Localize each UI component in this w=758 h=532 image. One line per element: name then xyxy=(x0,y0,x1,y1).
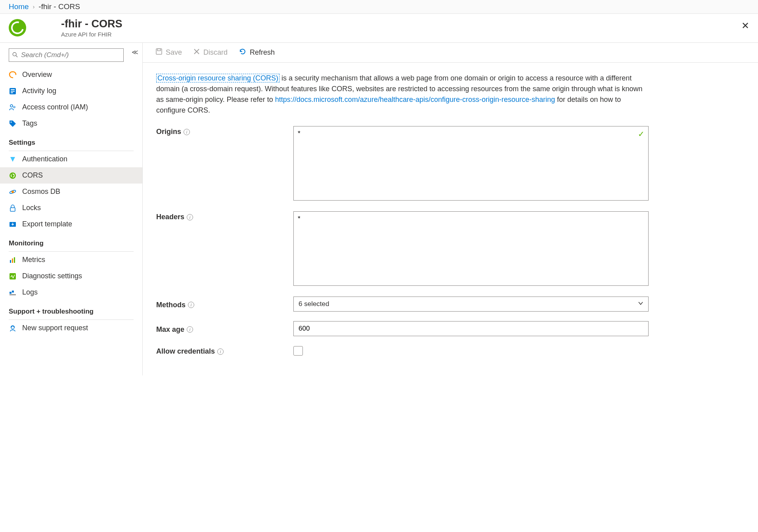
page-header: -fhir - CORS Azure API for FHIR ✕ xyxy=(0,14,758,43)
search-input[interactable] xyxy=(21,51,120,59)
section-settings-label: Settings xyxy=(0,132,142,149)
sidebar-item-label: Authentication xyxy=(22,155,67,163)
svg-rect-13 xyxy=(10,208,15,211)
save-icon xyxy=(155,48,163,57)
svg-point-6 xyxy=(10,105,13,107)
sidebar-item-cosmos-db[interactable]: Cosmos DB xyxy=(0,184,142,200)
main-content: Save Discard Refresh Cross-origin resour… xyxy=(143,43,758,375)
methods-selected-text: 6 selected xyxy=(299,300,329,308)
sidebar-item-label: New support request xyxy=(22,324,88,332)
svg-rect-24 xyxy=(157,49,161,51)
refresh-icon xyxy=(239,48,247,57)
svg-rect-3 xyxy=(11,89,15,90)
sidebar-item-label: Activity log xyxy=(22,87,56,95)
sidebar-item-tags[interactable]: Tags xyxy=(0,115,142,132)
sidebar-item-access-control[interactable]: Access control (IAM) xyxy=(0,99,142,115)
sidebar-search[interactable] xyxy=(9,48,124,62)
sidebar-item-overview[interactable]: Overview xyxy=(0,67,142,83)
sidebar-item-authentication[interactable]: Authentication xyxy=(0,151,142,167)
sidebar-item-cors[interactable]: CORS xyxy=(0,167,142,184)
collapse-sidebar-button[interactable]: ≪ xyxy=(132,48,138,56)
sidebar-item-label: Tags xyxy=(22,119,37,128)
refresh-label: Refresh xyxy=(250,48,275,57)
max-age-label: Max age i xyxy=(156,324,293,334)
svg-rect-20 xyxy=(12,291,14,293)
section-monitoring-label: Monitoring xyxy=(0,232,142,250)
refresh-button[interactable]: Refresh xyxy=(239,48,275,57)
svg-rect-16 xyxy=(12,258,13,263)
svg-rect-17 xyxy=(14,257,15,263)
sidebar-item-logs[interactable]: Logs xyxy=(0,284,142,300)
sidebar-item-label: Cosmos DB xyxy=(22,188,60,196)
logs-icon xyxy=(9,289,17,297)
headers-textarea[interactable] xyxy=(293,211,649,286)
sidebar-item-new-support-request[interactable]: New support request xyxy=(0,320,142,336)
sidebar-item-locks[interactable]: Locks xyxy=(0,200,142,216)
validation-check-icon: ✓ xyxy=(638,129,645,139)
save-button[interactable]: Save xyxy=(155,48,182,57)
info-icon[interactable]: i xyxy=(187,214,193,220)
activity-log-icon xyxy=(9,87,17,95)
sidebar-item-label: Logs xyxy=(22,288,38,297)
authentication-icon xyxy=(9,155,17,163)
svg-rect-19 xyxy=(10,292,11,294)
svg-point-8 xyxy=(11,121,12,122)
sidebar-item-label: Overview xyxy=(22,71,52,79)
max-age-input[interactable] xyxy=(293,321,649,336)
cors-icon xyxy=(9,172,17,180)
export-template-icon xyxy=(9,220,17,228)
sidebar-item-label: Export template xyxy=(22,220,72,228)
cors-wiki-link[interactable]: Cross-origin resource sharing (CORS) xyxy=(156,74,279,82)
sidebar-item-activity-log[interactable]: Activity log xyxy=(0,83,142,99)
page-title: -fhir - CORS xyxy=(61,18,123,30)
sidebar-item-label: Locks xyxy=(22,204,41,212)
methods-dropdown[interactable]: 6 selected xyxy=(293,297,649,312)
breadcrumb-home[interactable]: Home xyxy=(9,2,29,11)
save-label: Save xyxy=(166,48,182,57)
svg-rect-5 xyxy=(11,92,13,93)
page-subtitle: Azure API for FHIR xyxy=(61,31,123,38)
allow-credentials-checkbox[interactable] xyxy=(293,346,303,356)
sidebar-item-diagnostic-settings[interactable]: Diagnostic settings xyxy=(0,268,142,284)
origins-label: Origins i xyxy=(156,126,293,136)
metrics-icon xyxy=(9,256,17,264)
info-icon[interactable]: i xyxy=(187,326,193,333)
access-control-icon xyxy=(9,103,17,111)
cosmos-db-icon xyxy=(9,188,17,196)
svg-rect-18 xyxy=(10,273,16,279)
chevron-right-icon: › xyxy=(33,4,35,10)
cors-docs-link[interactable]: https://docs.microsoft.com/azure/healthc… xyxy=(275,96,555,103)
diagnostic-icon xyxy=(9,272,17,280)
sidebar-item-label: CORS xyxy=(22,171,43,180)
allow-credentials-label: Allow credentials i xyxy=(156,346,293,356)
info-icon[interactable]: i xyxy=(184,129,190,135)
overview-icon xyxy=(9,71,17,79)
info-icon[interactable]: i xyxy=(188,302,194,308)
svg-rect-21 xyxy=(10,294,16,295)
discard-button[interactable]: Discard xyxy=(193,48,228,57)
chevron-down-icon xyxy=(638,300,643,308)
search-icon xyxy=(12,52,18,59)
origins-textarea[interactable] xyxy=(293,126,649,201)
svg-point-9 xyxy=(10,172,16,179)
sidebar-item-metrics[interactable]: Metrics xyxy=(0,252,142,268)
sidebar-item-label: Diagnostic settings xyxy=(22,272,82,280)
discard-icon xyxy=(193,48,200,57)
methods-label: Methods i xyxy=(156,299,293,309)
svg-point-12 xyxy=(11,191,14,193)
section-support-label: Support + troubleshooting xyxy=(0,300,142,318)
svg-rect-4 xyxy=(11,91,15,92)
sidebar-item-label: Metrics xyxy=(22,256,45,264)
sidebar-item-export-template[interactable]: Export template xyxy=(0,216,142,232)
close-button[interactable]: ✕ xyxy=(741,20,749,31)
svg-rect-23 xyxy=(156,49,162,54)
tags-icon xyxy=(9,120,17,128)
svg-point-0 xyxy=(13,52,16,56)
breadcrumb: Home › -fhir - CORS xyxy=(0,0,758,14)
headers-label: Headers i xyxy=(156,211,293,221)
cors-description: Cross-origin resource sharing (CORS) is … xyxy=(156,73,649,116)
discard-label: Discard xyxy=(203,48,228,57)
breadcrumb-current: -fhir - CORS xyxy=(38,2,80,11)
info-icon[interactable]: i xyxy=(217,348,224,355)
svg-rect-15 xyxy=(10,260,11,263)
